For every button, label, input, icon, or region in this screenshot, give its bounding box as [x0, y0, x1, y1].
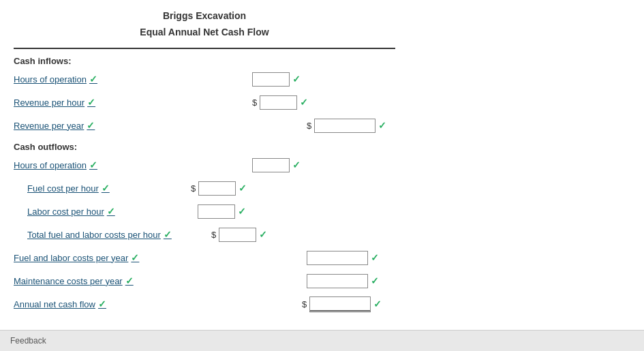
input-hours-op-in[interactable]: 2,000	[252, 72, 290, 87]
input-total-fuel-labor-per-hour[interactable]: 65	[219, 228, 256, 242]
check-icon-revenue-per-year: ✓	[378, 120, 386, 131]
check-icon-labor-cost-per-hour: ✓	[238, 206, 246, 217]
check-fuel-cost-per-hour: ✓	[102, 183, 110, 194]
cash-outflows-label: Cash outflows:	[14, 142, 395, 152]
check-hours-op-out: ✓	[89, 159, 97, 170]
check-fuel-labor-per-year: ✓	[131, 252, 139, 263]
row-total-fuel-labor-per-hour: Total fuel and labor costs per hour ✓ $ …	[14, 225, 395, 244]
feedback-label: Feedback	[10, 336, 46, 346]
dollar-fuel-cost-per-hour: $	[191, 183, 196, 194]
check-icon-fuel-cost-per-hour: ✓	[239, 183, 247, 194]
label-hours-op-out[interactable]: Hours of operation ✓	[14, 159, 191, 170]
input-revenue-per-year[interactable]: 270,000	[314, 119, 375, 133]
label-total-fuel-labor-per-hour[interactable]: Total fuel and labor costs per hour ✓	[14, 229, 211, 240]
section-title: Equal Annual Net Cash Flow	[14, 27, 395, 37]
company-title: Briggs Excavation	[14, 10, 395, 21]
row-hours-op-out: Hours of operation ✓ 2,000 ✓	[14, 155, 395, 174]
input-hours-op-out[interactable]: 2,000	[252, 158, 290, 172]
check-icon-hours-op-in: ✓	[292, 74, 301, 85]
dollar-annual-net-cash-flow: $	[302, 299, 307, 309]
label-fuel-cost-per-hour[interactable]: Fuel cost per hour ✓	[14, 183, 191, 194]
check-revenue-per-year: ✓	[87, 120, 95, 131]
input-group-hours-op-in: 2,000 ✓	[252, 72, 301, 87]
feedback-bar: Feedback	[0, 330, 644, 351]
input-group-annual-net-cash-flow: $ 120,000 ✓	[302, 296, 382, 312]
row-maintenance-per-year: Maintenance costs per year ✓ -20,000 ✓	[14, 271, 395, 290]
check-icon-maintenance-per-year: ✓	[371, 275, 379, 286]
label-hours-op-in[interactable]: Hours of operation ✓	[14, 74, 191, 85]
check-icon-annual-net-cash-flow: ✓	[373, 299, 382, 309]
label-labor-cost-per-hour[interactable]: Labor cost per hour ✓	[14, 206, 191, 217]
input-fuel-cost-per-hour[interactable]: 37	[198, 181, 236, 196]
dollar-total-fuel-labor-per-hour: $	[211, 230, 216, 240]
input-group-maintenance-per-year: -20,000 ✓	[307, 274, 379, 288]
input-group-revenue-per-year: $ 270,000 ✓	[307, 119, 386, 133]
check-labor-cost-per-hour: ✓	[107, 206, 115, 217]
input-group-total-fuel-labor-per-hour: $ 65 ✓	[211, 228, 267, 242]
row-fuel-cost-per-hour: Fuel cost per hour ✓ $ 37 ✓	[14, 179, 395, 198]
check-annual-net-cash-flow: ✓	[98, 299, 106, 309]
check-icon-hours-op-out: ✓	[292, 159, 301, 170]
input-annual-net-cash-flow[interactable]: 120,000	[309, 296, 371, 312]
label-revenue-per-hour[interactable]: Revenue per hour ✓	[14, 97, 191, 108]
input-labor-cost-per-hour[interactable]: 28	[198, 204, 235, 219]
input-group-revenue-per-hour: $ 135 ✓	[252, 95, 308, 110]
input-fuel-labor-per-year[interactable]: -130,000	[307, 251, 368, 265]
input-maintenance-per-year[interactable]: -20,000	[307, 274, 368, 288]
check-maintenance-per-year: ✓	[125, 275, 134, 286]
cash-inflows-label: Cash inflows:	[14, 56, 395, 66]
label-fuel-labor-per-year[interactable]: Fuel and labor costs per year ✓	[14, 252, 191, 263]
row-revenue-per-hour: Revenue per hour ✓ $ 135 ✓	[14, 93, 395, 112]
check-total-fuel-labor-per-hour: ✓	[164, 229, 172, 240]
row-annual-net-cash-flow: Annual net cash flow ✓ $ 120,000 ✓	[14, 294, 395, 314]
top-divider	[14, 48, 395, 49]
row-labor-cost-per-hour: Labor cost per hour ✓ 28 ✓	[14, 202, 395, 221]
check-hours-op-in: ✓	[89, 74, 97, 85]
input-group-fuel-cost-per-hour: $ 37 ✓	[191, 181, 247, 196]
label-maintenance-per-year[interactable]: Maintenance costs per year ✓	[14, 275, 191, 286]
input-revenue-per-hour[interactable]: 135	[260, 95, 297, 110]
check-icon-revenue-per-hour: ✓	[300, 97, 308, 108]
check-icon-total-fuel-labor-per-hour: ✓	[259, 229, 267, 240]
label-annual-net-cash-flow[interactable]: Annual net cash flow ✓	[14, 299, 191, 309]
dollar-revenue-per-hour: $	[252, 97, 257, 108]
row-hours-op-in: Hours of operation ✓ 2,000 ✓	[14, 70, 395, 89]
input-group-labor-cost-per-hour: 28 ✓	[198, 204, 246, 219]
dollar-revenue-per-year: $	[307, 121, 311, 131]
check-revenue-per-hour: ✓	[87, 97, 95, 108]
check-icon-fuel-labor-per-year: ✓	[371, 252, 379, 263]
row-fuel-labor-per-year: Fuel and labor costs per year ✓ -130,000…	[14, 248, 395, 267]
row-revenue-per-year: Revenue per year ✓ $ 270,000 ✓	[14, 116, 395, 135]
label-revenue-per-year[interactable]: Revenue per year ✓	[14, 120, 191, 131]
input-group-fuel-labor-per-year: -130,000 ✓	[307, 251, 379, 265]
input-group-hours-op-out: 2,000 ✓	[252, 158, 301, 172]
